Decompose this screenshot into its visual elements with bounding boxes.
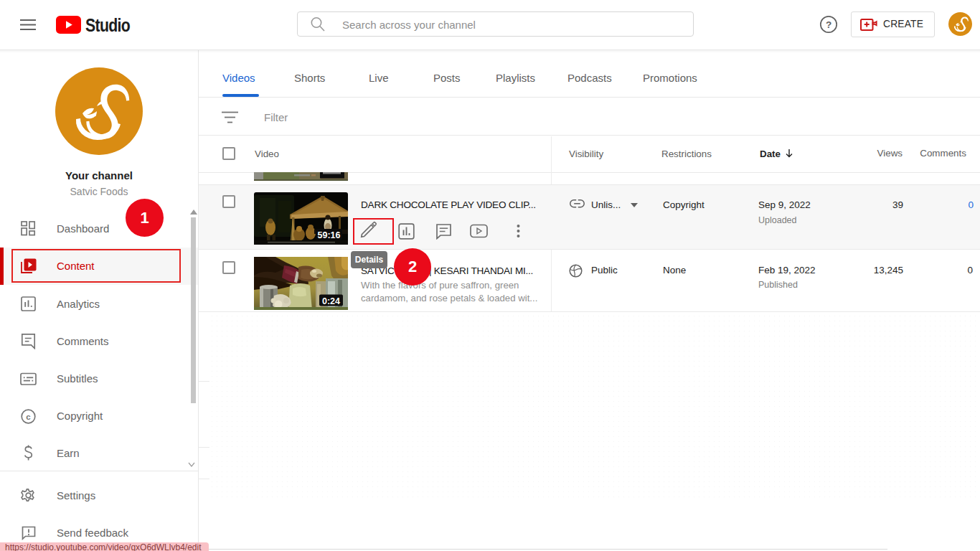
svg-text:59:16: 59:16 — [318, 230, 341, 240]
svg-text:0:24: 0:24 — [322, 296, 340, 306]
svg-text:c: c — [26, 413, 31, 421]
svg-text:?: ? — [826, 19, 831, 30]
